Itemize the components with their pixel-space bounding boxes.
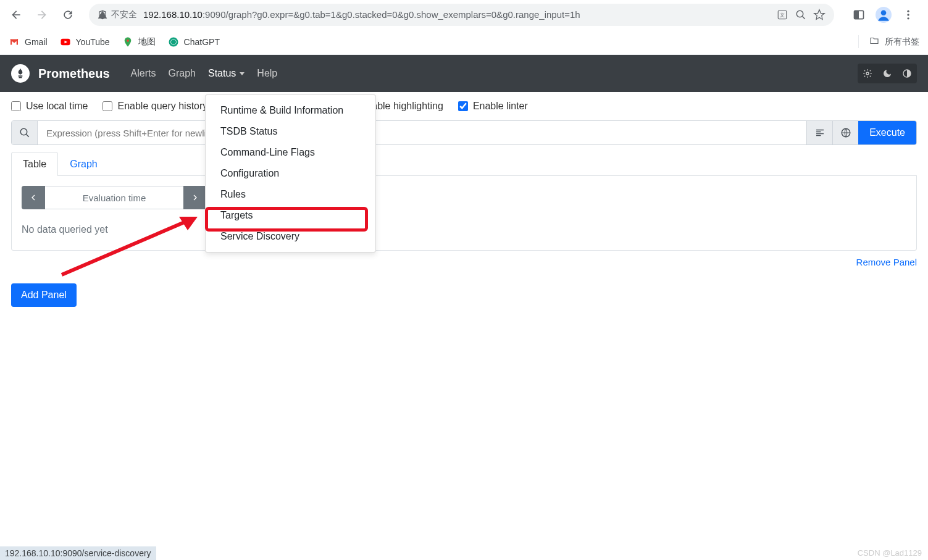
option-local-time[interactable]: Use local time [11, 101, 88, 112]
search-icon [12, 121, 38, 144]
contrast-icon[interactable] [897, 64, 917, 83]
svg-point-9 [907, 14, 909, 15]
dropdown-config[interactable]: Configuration [206, 163, 375, 184]
security-indicator[interactable]: 不安全 [98, 9, 137, 20]
svg-text:文: 文 [780, 12, 785, 18]
address-bar[interactable]: 不安全 192.168.10.10:9090/graph?g0.expr=&g0… [89, 4, 834, 26]
format-button[interactable] [806, 121, 832, 144]
status-bar: 192.168.10.10:9090/service-discovery [0, 546, 156, 560]
bookmark-youtube[interactable]: YouTube [60, 36, 110, 48]
dropdown-tsdb[interactable]: TSDB Status [206, 121, 375, 142]
side-panel-icon[interactable] [850, 6, 867, 23]
expression-input[interactable] [38, 121, 806, 144]
star-icon[interactable] [813, 9, 826, 21]
svg-point-14 [866, 72, 869, 75]
watermark: CSDN @Lad1129 [858, 548, 922, 558]
tab-table[interactable]: Table [11, 152, 58, 176]
dropdown-cmdline[interactable]: Command-Line Flags [206, 142, 375, 163]
dropdown-runtime[interactable]: Runtime & Build Information [206, 100, 375, 121]
globe-button[interactable] [832, 121, 858, 144]
prometheus-navbar: Prometheus Alerts Graph Status Help [0, 55, 928, 92]
status-dropdown: Runtime & Build Information TSDB Status … [205, 94, 376, 253]
bookmark-maps[interactable]: 地图 [122, 36, 156, 48]
svg-point-12 [127, 39, 129, 41]
translate-icon[interactable]: 文 [776, 9, 788, 21]
execute-button[interactable]: Execute [858, 121, 916, 144]
brand-text: Prometheus [38, 67, 110, 81]
svg-point-16 [20, 128, 27, 135]
reload-button[interactable] [57, 4, 79, 26]
tab-graph[interactable]: Graph [58, 152, 109, 176]
svg-point-7 [881, 10, 887, 15]
youtube-icon [60, 36, 71, 48]
expression-bar: Execute [11, 120, 917, 145]
evaluation-time-label[interactable]: Evaluation time [45, 186, 183, 209]
gmail-icon [9, 36, 20, 48]
back-button[interactable] [5, 4, 27, 26]
tabs: Table Graph [11, 151, 917, 176]
time-prev-button[interactable] [22, 186, 45, 209]
gear-icon[interactable] [858, 64, 877, 83]
dropdown-sd[interactable]: Service Discovery [206, 226, 375, 247]
menu-icon[interactable] [900, 6, 917, 23]
dropdown-targets[interactable]: Targets [206, 205, 375, 226]
nav-status[interactable]: Status [202, 63, 251, 84]
chevron-down-icon [240, 72, 245, 75]
panel-body: Evaluation time No data queried yet [11, 176, 917, 251]
bookmark-gmail[interactable]: Gmail [9, 36, 48, 48]
security-label: 不安全 [111, 9, 137, 20]
folder-icon [869, 35, 880, 48]
option-linter[interactable]: Enable linter [458, 101, 528, 112]
nav-help[interactable]: Help [251, 63, 283, 84]
forward-button[interactable] [31, 4, 53, 26]
expression-wrap: Execute [0, 120, 928, 151]
browser-toolbar: 不安全 192.168.10.10:9090/graph?g0.expr=&g0… [0, 0, 928, 29]
svg-point-13 [169, 37, 178, 46]
add-panel-button[interactable]: Add Panel [11, 283, 77, 307]
svg-point-10 [907, 17, 909, 19]
svg-line-3 [802, 16, 805, 19]
tabs-wrap: Table Graph Evaluation time No data quer… [0, 151, 928, 251]
chrome-right [844, 6, 923, 23]
maps-icon [122, 36, 133, 48]
no-data-text: No data queried yet [22, 219, 906, 240]
time-next-button[interactable] [183, 186, 207, 209]
dropdown-rules[interactable]: Rules [206, 184, 375, 205]
svg-rect-5 [855, 10, 859, 19]
nav-right-tools [858, 64, 917, 83]
svg-point-8 [907, 10, 909, 12]
bookmark-chatgpt[interactable]: ChatGPT [168, 36, 220, 48]
prometheus-logo-icon [11, 64, 30, 83]
all-bookmarks[interactable]: 所有书签 [858, 35, 919, 48]
zoom-icon[interactable] [795, 9, 807, 21]
nav-alerts[interactable]: Alerts [125, 63, 162, 84]
profile-icon[interactable] [875, 6, 892, 23]
bookmarks-bar: Gmail YouTube 地图 ChatGPT 所有书签 [0, 29, 928, 55]
time-nav: Evaluation time [22, 186, 207, 209]
moon-icon[interactable] [877, 64, 897, 83]
option-query-history[interactable]: Enable query history [102, 101, 207, 112]
chatgpt-icon [168, 36, 179, 48]
options-row: Use local time Enable query history Enab… [0, 92, 928, 120]
svg-point-2 [796, 10, 803, 17]
nav-graph[interactable]: Graph [162, 63, 202, 84]
remove-panel-wrap: Remove Panel [0, 251, 928, 274]
remove-panel-link[interactable]: Remove Panel [856, 257, 917, 267]
brand[interactable]: Prometheus [11, 64, 110, 83]
svg-line-17 [26, 134, 29, 137]
url-text: 192.168.10.10:9090/graph?g0.expr=&g0.tab… [143, 9, 770, 20]
